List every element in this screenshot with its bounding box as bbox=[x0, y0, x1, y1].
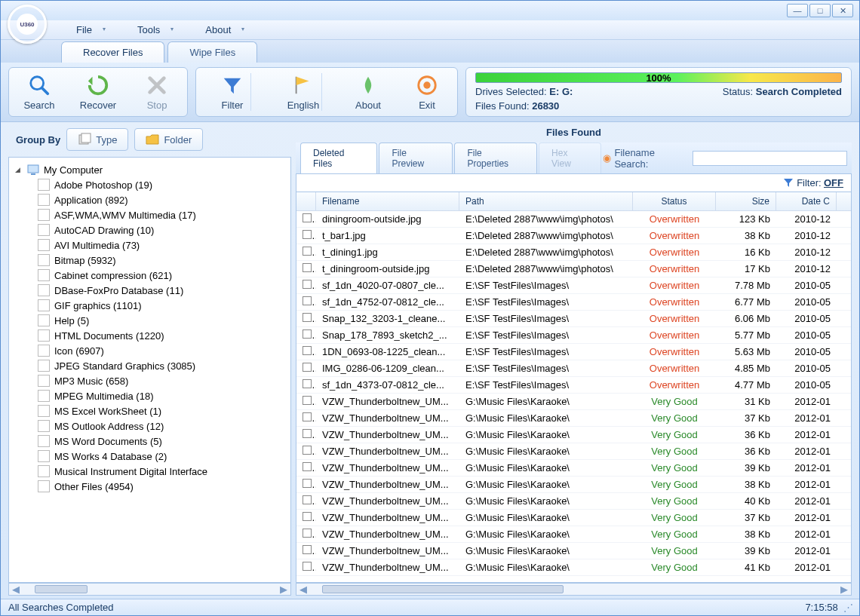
files-grid[interactable]: Filename Path Status Size Date C diningr… bbox=[296, 192, 852, 583]
tree-item[interactable]: MS Works 4 Database (2) bbox=[11, 449, 289, 464]
row-checkbox[interactable] bbox=[303, 429, 312, 438]
row-checkbox[interactable] bbox=[303, 247, 312, 256]
table-row[interactable]: t_dining1.jpgE:\Deleted 2887\www\img\pho… bbox=[296, 244, 851, 261]
row-checkbox[interactable] bbox=[303, 495, 312, 504]
row-checkbox[interactable] bbox=[303, 545, 312, 554]
tree-item[interactable]: MS Word Documents (5) bbox=[11, 434, 289, 449]
col-checkbox[interactable] bbox=[296, 192, 316, 210]
filter-status[interactable]: Filter: OFF bbox=[296, 174, 852, 192]
row-checkbox[interactable] bbox=[303, 363, 312, 372]
tree-item[interactable]: AVI Multimedia (73) bbox=[11, 238, 289, 253]
tab-recover-files[interactable]: Recover Files bbox=[61, 41, 164, 63]
row-checkbox[interactable] bbox=[303, 562, 312, 571]
tree-item[interactable]: HTML Documents (1220) bbox=[11, 328, 289, 343]
table-row[interactable]: VZW_Thunderboltnew_UM...G:\Music Files\K… bbox=[296, 526, 851, 543]
row-checkbox[interactable] bbox=[303, 512, 312, 521]
table-row[interactable]: VZW_Thunderboltnew_UM...G:\Music Files\K… bbox=[296, 559, 851, 576]
tree-item[interactable]: Application (892) bbox=[11, 192, 289, 207]
table-row[interactable]: IMG_0286-06-1209_clean...E:\SF TestFiles… bbox=[296, 360, 851, 377]
table-row[interactable]: sf_1dn_4020-07-0807_cle...E:\SF TestFile… bbox=[296, 277, 851, 294]
tree-item[interactable]: MS Outlook Address (12) bbox=[11, 418, 289, 434]
tree-item[interactable]: Help (5) bbox=[11, 313, 289, 328]
group-by-folder-button[interactable]: Folder bbox=[134, 128, 203, 151]
col-size[interactable]: Size bbox=[716, 192, 776, 210]
row-checkbox[interactable] bbox=[303, 462, 312, 471]
row-checkbox[interactable] bbox=[303, 313, 312, 322]
collapse-icon[interactable]: ◢ bbox=[15, 166, 23, 173]
exit-button[interactable]: Exit bbox=[399, 70, 455, 114]
row-checkbox[interactable] bbox=[303, 396, 312, 405]
recover-button[interactable]: Recover bbox=[70, 70, 126, 114]
table-row[interactable]: sf_1dn_4752-07-0812_cle...E:\SF TestFile… bbox=[296, 294, 851, 311]
tree-root[interactable]: ◢ My Computer bbox=[11, 162, 289, 177]
tree-item[interactable]: Other Files (4954) bbox=[11, 479, 289, 494]
table-row[interactable]: Snap_132_3203-1_cleane...E:\SF TestFiles… bbox=[296, 311, 851, 327]
table-row[interactable]: VZW_Thunderboltnew_UM...G:\Music Files\K… bbox=[296, 427, 851, 443]
tab-deleted-files[interactable]: Deleted Files bbox=[300, 143, 377, 173]
menu-about[interactable]: About bbox=[190, 24, 261, 35]
table-row[interactable]: t_diningroom-outside.jpgE:\Deleted 2887\… bbox=[296, 261, 851, 277]
maximize-button[interactable]: □ bbox=[809, 4, 831, 17]
table-row[interactable]: Snap_178_7893_sketch2_...E:\SF TestFiles… bbox=[296, 327, 851, 344]
row-checkbox[interactable] bbox=[303, 230, 312, 239]
row-checkbox[interactable] bbox=[303, 280, 312, 289]
tree-item[interactable]: MPEG Multimedia (18) bbox=[11, 388, 289, 403]
row-checkbox[interactable] bbox=[303, 346, 312, 355]
col-date[interactable]: Date C bbox=[776, 192, 837, 210]
tree-item[interactable]: Cabinet compression (621) bbox=[11, 268, 289, 283]
col-path[interactable]: Path bbox=[459, 192, 633, 210]
tree-item[interactable]: Bitmap (5932) bbox=[11, 253, 289, 268]
table-row[interactable]: diningroom-outside.jpgE:\Deleted 2887\ww… bbox=[296, 211, 851, 228]
tree-item[interactable]: AutoCAD Drawing (10) bbox=[11, 222, 289, 238]
menu-tools[interactable]: Tools bbox=[122, 24, 190, 35]
group-by-type-button[interactable]: Type bbox=[66, 128, 128, 151]
filter-button[interactable]: Filter bbox=[198, 70, 266, 114]
category-tree[interactable]: ◢ My Computer Adobe Photoshop (19)Applic… bbox=[8, 157, 291, 583]
table-row[interactable]: VZW_Thunderboltnew_UM...G:\Music Files\K… bbox=[296, 477, 851, 493]
tree-item[interactable]: MP3 Music (658) bbox=[11, 373, 289, 388]
menu-file[interactable]: File bbox=[61, 24, 122, 35]
tab-wipe-files[interactable]: Wipe Files bbox=[167, 41, 257, 63]
tree-item[interactable]: Icon (6907) bbox=[11, 343, 289, 358]
tree-item[interactable]: ASF,WMA,WMV Multimedia (17) bbox=[11, 207, 289, 222]
search-button[interactable]: Search bbox=[11, 70, 67, 114]
table-row[interactable]: VZW_Thunderboltnew_UM...G:\Music Files\K… bbox=[296, 394, 851, 410]
tree-item[interactable]: DBase-FoxPro Database (11) bbox=[11, 283, 289, 298]
row-checkbox[interactable] bbox=[303, 529, 312, 538]
tree-item[interactable]: GIF graphics (1101) bbox=[11, 298, 289, 313]
tree-item[interactable]: JPEG Standard Graphics (3085) bbox=[11, 358, 289, 373]
tab-hex-view[interactable]: Hex View bbox=[539, 143, 601, 173]
row-checkbox[interactable] bbox=[303, 479, 312, 488]
row-checkbox[interactable] bbox=[303, 379, 312, 388]
table-row[interactable]: VZW_Thunderboltnew_UM...G:\Music Files\K… bbox=[296, 410, 851, 427]
tree-item[interactable]: Adobe Photoshop (19) bbox=[11, 177, 289, 192]
tree-hscrollbar[interactable]: ◀▶ bbox=[8, 583, 291, 596]
row-checkbox[interactable] bbox=[303, 446, 312, 455]
table-row[interactable]: VZW_Thunderboltnew_UM...G:\Music Files\K… bbox=[296, 510, 851, 526]
stop-button[interactable]: Stop bbox=[129, 70, 185, 114]
row-checkbox[interactable] bbox=[303, 329, 312, 339]
table-row[interactable]: t_bar1.jpgE:\Deleted 2887\www\img\photos… bbox=[296, 228, 851, 244]
table-row[interactable]: VZW_Thunderboltnew_UM...G:\Music Files\K… bbox=[296, 443, 851, 460]
close-button[interactable]: ✕ bbox=[832, 4, 853, 17]
table-row[interactable]: VZW_Thunderboltnew_UM...G:\Music Files\K… bbox=[296, 493, 851, 510]
table-row[interactable]: 1DN_0693-08-1225_clean...E:\SF TestFiles… bbox=[296, 344, 851, 360]
row-checkbox[interactable] bbox=[303, 296, 312, 305]
table-row[interactable]: VZW_Thunderboltnew_UM...G:\Music Files\K… bbox=[296, 460, 851, 477]
row-checkbox[interactable] bbox=[303, 412, 312, 421]
tab-file-preview[interactable]: File Preview bbox=[379, 143, 453, 173]
row-checkbox[interactable] bbox=[303, 213, 312, 222]
grid-hscrollbar[interactable]: ◀▶ bbox=[296, 583, 852, 596]
col-status[interactable]: Status bbox=[633, 192, 716, 210]
filename-search-input[interactable] bbox=[693, 151, 847, 166]
resize-grip-icon[interactable]: ⋰ bbox=[843, 602, 852, 613]
table-row[interactable]: VZW_Thunderboltnew_UM...G:\Music Files\K… bbox=[296, 543, 851, 559]
tree-item[interactable]: Musical Instrument Digital Interface bbox=[11, 464, 289, 479]
table-row[interactable]: sf_1dn_4373-07-0812_cle...E:\SF TestFile… bbox=[296, 377, 851, 394]
tree-item[interactable]: MS Excel WorkSheet (1) bbox=[11, 403, 289, 418]
about-button[interactable]: About bbox=[340, 70, 396, 114]
language-button[interactable]: English bbox=[269, 70, 337, 114]
minimize-button[interactable]: — bbox=[787, 4, 808, 17]
row-checkbox[interactable] bbox=[303, 263, 312, 272]
col-filename[interactable]: Filename bbox=[316, 192, 459, 210]
